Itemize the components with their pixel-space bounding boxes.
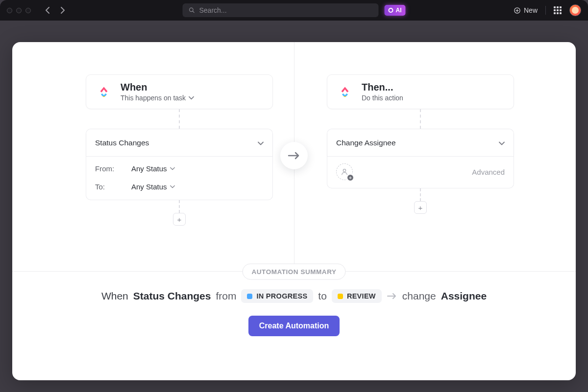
new-label: New: [524, 6, 538, 14]
automation-canvas: When This happens on task Status Changes: [12, 42, 576, 271]
window-minimize-icon[interactable]: [16, 8, 22, 13]
connector-line: [179, 200, 180, 213]
status-from-row[interactable]: From: Any Status: [95, 164, 264, 173]
status-color-icon: [247, 294, 252, 299]
plus-badge-icon: +: [346, 174, 354, 182]
divider: [545, 6, 546, 15]
trigger-type-select[interactable]: Status Changes: [86, 129, 272, 157]
action-config: + Advanced: [327, 157, 514, 188]
titlebar-right: New: [514, 4, 581, 16]
status-to-row[interactable]: To: Any Status: [95, 183, 264, 191]
status-to-label: To:: [95, 183, 119, 191]
chevron-down-icon: [170, 167, 175, 170]
when-then-arrow-icon: [280, 142, 308, 169]
then-title: Then...: [362, 82, 504, 93]
summary-change: change: [402, 290, 436, 302]
svg-line-1: [193, 11, 194, 13]
connector-line: [179, 109, 180, 129]
then-header[interactable]: Then... Do this action: [327, 74, 514, 109]
plus-circle-icon: [514, 7, 521, 14]
global-search-input[interactable]: Search...: [183, 3, 379, 17]
summary-status-from-pill[interactable]: IN PROGRESS: [241, 289, 313, 303]
ai-button[interactable]: AI: [385, 5, 406, 16]
summary-when: When: [101, 290, 128, 302]
connector-line: [420, 188, 421, 201]
connector-line: [420, 109, 421, 129]
advanced-link[interactable]: Advanced: [472, 168, 505, 176]
status-from-value: Any Status: [131, 164, 167, 173]
status-color-icon: [338, 294, 343, 299]
automation-editor-card: When This happens on task Status Changes: [12, 42, 576, 380]
window-close-icon[interactable]: [7, 8, 12, 13]
clickup-logo-icon: [335, 82, 355, 102]
then-panel: Then... Do this action Change Assignee +: [327, 74, 514, 214]
nav-back-button[interactable]: [42, 5, 52, 16]
status-from-label: From:: [95, 164, 119, 173]
summary-badge: AUTOMATION SUMMARY: [243, 264, 346, 280]
create-automation-button[interactable]: Create Automation: [248, 316, 340, 336]
new-button[interactable]: New: [514, 6, 538, 14]
arrow-right-icon: [387, 293, 397, 300]
chevron-down-icon: [189, 96, 194, 100]
search-placeholder: Search...: [199, 6, 227, 14]
when-panel: When This happens on task Status Changes: [86, 74, 273, 226]
summary-sentence: When Status Changes from IN PROGRESS to …: [12, 289, 576, 303]
automation-summary: AUTOMATION SUMMARY When Status Changes f…: [12, 271, 576, 356]
add-assignee-button[interactable]: +: [336, 163, 353, 180]
search-icon: [189, 7, 196, 14]
summary-status-from: IN PROGRESS: [256, 292, 307, 300]
status-to-value: Any Status: [131, 183, 167, 191]
nav-arrows: [42, 5, 68, 16]
summary-status-to-pill[interactable]: REVIEW: [332, 289, 382, 303]
action-type-select[interactable]: Change Assignee: [327, 129, 514, 157]
chevron-down-icon: [258, 138, 264, 147]
svg-point-3: [343, 169, 345, 172]
nav-forward-button[interactable]: [57, 5, 68, 16]
window-controls: [7, 8, 31, 13]
summary-status-changes: Status Changes: [133, 290, 211, 302]
ai-icon: [389, 8, 393, 13]
user-avatar[interactable]: [569, 4, 581, 16]
window-maximize-icon[interactable]: [25, 8, 31, 13]
add-action-button[interactable]: +: [414, 201, 427, 214]
ai-label: AI: [396, 7, 402, 14]
titlebar-center: Search... AI: [183, 3, 406, 17]
apps-grid-icon[interactable]: [554, 6, 562, 14]
when-header[interactable]: When This happens on task: [86, 74, 273, 109]
summary-status-to: REVIEW: [347, 292, 376, 300]
summary-from: from: [216, 290, 236, 302]
then-subtitle: Do this action: [362, 94, 403, 102]
app-window: Search... AI New: [0, 0, 588, 392]
chevron-down-icon: [170, 185, 175, 188]
status-config: From: Any Status To: Any Status: [86, 157, 273, 200]
when-subtitle: This happens on task: [121, 94, 186, 102]
when-title: When: [121, 82, 263, 93]
clickup-logo-icon: [94, 82, 114, 102]
trigger-type-value: Status Changes: [95, 138, 149, 147]
titlebar: Search... AI New: [0, 0, 588, 21]
add-trigger-button[interactable]: +: [173, 213, 186, 226]
summary-assignee: Assignee: [441, 290, 487, 302]
action-type-value: Change Assignee: [336, 138, 396, 147]
chevron-down-icon: [499, 138, 505, 147]
summary-to: to: [318, 290, 327, 302]
